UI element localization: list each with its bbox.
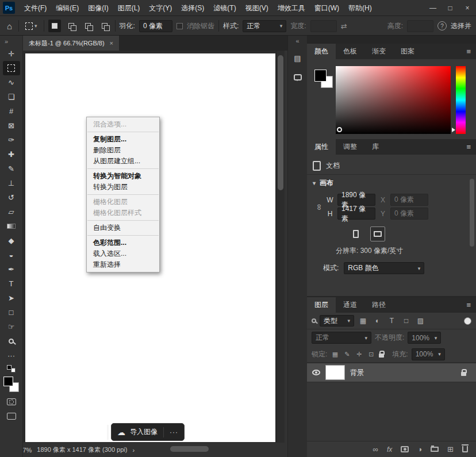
brush-tool[interactable]: ✎ — [3, 162, 20, 176]
history-panel-button[interactable]: ▤ — [290, 51, 305, 66]
lock-position-icon[interactable]: ✛ — [355, 351, 363, 358]
rectangular-marquee-tool[interactable] — [3, 61, 20, 75]
lasso-tool[interactable]: ∿ — [3, 75, 20, 90]
new-layer-icon[interactable]: ⊞ — [447, 445, 454, 454]
menu-select[interactable]: 选择(S) — [176, 0, 209, 16]
subtract-from-selection-button[interactable] — [82, 20, 94, 32]
canvas-x-input[interactable]: 0 像素 — [390, 194, 428, 206]
spot-healing-brush-tool[interactable]: ✚ — [3, 147, 20, 162]
layer-visibility-icon[interactable] — [312, 370, 320, 375]
clone-stamp-tool[interactable]: ⊥ — [3, 176, 20, 190]
menu-window[interactable]: 窗口(W) — [310, 0, 344, 16]
menu-filter[interactable]: 滤镜(T) — [209, 0, 240, 16]
document-tab[interactable]: 未标题-1 @ 66.7%(RGB/8) × — [23, 36, 119, 51]
foreground-color-swatch[interactable] — [3, 377, 13, 386]
object-selection-tool[interactable]: ❏ — [3, 90, 20, 104]
filter-type-select[interactable]: 类型 ▾ — [320, 315, 354, 327]
home-icon[interactable]: ⌂ — [5, 21, 14, 31]
tab-properties[interactable]: 属性 — [307, 139, 336, 155]
edit-toolbar-button[interactable]: ··· — [3, 348, 20, 363]
delete-layer-icon[interactable] — [462, 446, 468, 452]
close-button[interactable]: × — [459, 0, 476, 16]
menu-item-reselect[interactable]: 重新选择 — [87, 259, 159, 270]
quick-mask-button[interactable] — [3, 394, 20, 409]
tab-adjustments[interactable]: 调整 — [336, 139, 364, 155]
canvas-section-header[interactable]: ▾ 画布 — [313, 175, 470, 191]
layer-name[interactable]: 背景 — [350, 368, 364, 378]
hue-slider-marker[interactable] — [452, 128, 458, 132]
filter-type-layers-icon[interactable]: T — [386, 317, 397, 325]
screen-mode-button[interactable] — [3, 409, 20, 423]
new-group-icon[interactable] — [431, 447, 439, 452]
horizontal-scrollbar-thumb[interactable] — [170, 446, 209, 452]
color-mode-select[interactable]: RGB 颜色 ▾ — [344, 262, 424, 274]
menu-item-group-from-layers[interactable]: 从图层建立组... — [87, 156, 159, 167]
antialias-checkbox[interactable] — [176, 23, 183, 29]
filter-smart-objects-icon[interactable]: ▨ — [415, 317, 426, 325]
rectangle-tool[interactable]: □ — [3, 305, 20, 320]
zoom-tool[interactable] — [3, 334, 20, 348]
eraser-tool[interactable]: ▱ — [3, 205, 20, 219]
vertical-scrollbar-thumb[interactable] — [278, 55, 283, 190]
width-input[interactable] — [310, 20, 337, 32]
link-layers-icon[interactable]: ∞ — [373, 445, 378, 454]
lock-all-icon[interactable] — [379, 354, 384, 358]
blend-mode-select[interactable]: 正常 ▾ — [312, 332, 371, 344]
fill-select[interactable]: 100% ▾ — [412, 348, 445, 360]
portrait-orientation-button[interactable] — [348, 226, 363, 241]
layer-thumbnail[interactable] — [325, 365, 345, 380]
landscape-orientation-button[interactable] — [370, 226, 385, 241]
menu-item-color-range[interactable]: 色彩范围... — [87, 237, 159, 248]
constrain-proportions-icon[interactable]: ∞ — [315, 204, 324, 210]
tab-swatches[interactable]: 色板 — [336, 44, 364, 59]
filter-pixel-layers-icon[interactable]: ▦ — [358, 317, 368, 325]
menu-item-duplicate-layer[interactable]: 复制图层... — [87, 134, 159, 145]
comments-panel-button[interactable] — [290, 70, 305, 85]
tab-channels[interactable]: 通道 — [336, 297, 364, 313]
select-and-mask-button[interactable]: 选择并 — [451, 21, 471, 31]
path-selection-tool[interactable]: ➤ — [3, 291, 20, 305]
layer-lock-icon[interactable] — [461, 372, 466, 376]
menu-image[interactable]: 图像(I) — [83, 0, 113, 16]
close-tab-icon[interactable]: × — [110, 40, 113, 47]
menu-item-load-selection[interactable]: 载入选区... — [87, 248, 159, 259]
opacity-select[interactable]: 100% ▾ — [408, 332, 441, 344]
status-chevron-icon[interactable]: › — [132, 447, 135, 454]
menu-item-rasterize-layer[interactable]: 栅格化图层 — [87, 197, 159, 208]
lock-artboard-icon[interactable]: ⊡ — [367, 351, 375, 358]
more-options-icon[interactable]: ··· — [170, 428, 178, 436]
type-tool[interactable]: T — [3, 276, 20, 291]
menu-layer[interactable]: 图层(L) — [113, 0, 145, 16]
minimize-button[interactable]: — — [424, 0, 442, 16]
tab-libraries[interactable]: 库 — [364, 139, 386, 155]
blur-tool[interactable]: ◆ — [3, 233, 20, 248]
import-image-button[interactable]: ☁ 导入图像 ··· — [111, 423, 185, 441]
tab-paths[interactable]: 路径 — [364, 297, 393, 313]
toolbar-collapse-icon[interactable]: » — [0, 37, 8, 47]
menu-help[interactable]: 帮助(H) — [344, 0, 377, 16]
menu-item-convert-to-layers[interactable]: 转换为图层 — [87, 182, 159, 193]
add-layer-mask-icon[interactable] — [401, 446, 409, 452]
lock-image-icon[interactable]: ✎ — [343, 351, 351, 358]
menu-item-blending-options[interactable]: 混合选项... — [87, 119, 159, 130]
menu-plugins[interactable]: 增效工具 — [273, 0, 310, 16]
expand-panels-icon[interactable]: « — [295, 37, 299, 47]
intersect-selection-button[interactable] — [98, 20, 111, 32]
menu-item-rasterize-layer-style[interactable]: 栅格化图层样式 — [87, 208, 159, 218]
menu-item-convert-to-smart-object[interactable]: 转换为智能对象 — [87, 171, 159, 182]
hue-slider[interactable] — [456, 66, 466, 134]
style-select[interactable]: 正常▾ — [243, 20, 286, 32]
history-brush-tool[interactable]: ↺ — [3, 190, 20, 205]
crop-tool[interactable]: # — [3, 104, 20, 118]
height-input[interactable] — [407, 20, 433, 32]
tab-gradients[interactable]: 渐变 — [364, 44, 393, 59]
lock-transparency-icon[interactable]: ▦ — [331, 351, 339, 358]
canvas-y-input[interactable]: 0 像素 — [390, 208, 428, 220]
current-tool-preset[interactable]: ▾ — [23, 21, 40, 31]
panel-menu-icon[interactable]: ≡ — [461, 139, 476, 155]
saturation-brightness-field[interactable] — [336, 66, 451, 134]
filter-toggle[interactable] — [464, 317, 471, 325]
properties-scrollbar-thumb[interactable] — [470, 179, 474, 247]
foreground-color-swatch[interactable] — [314, 70, 327, 82]
vertical-scrollbar[interactable] — [276, 51, 285, 443]
